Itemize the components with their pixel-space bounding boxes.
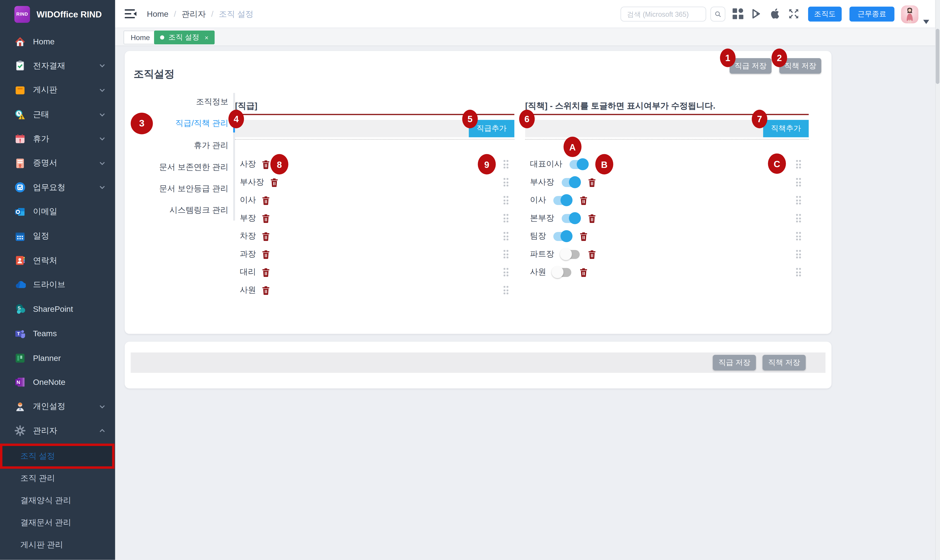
drag-handle-icon[interactable] — [796, 250, 801, 258]
visibility-toggle[interactable] — [562, 214, 579, 223]
rank-save-button-bottom[interactable]: 직급 저장 — [713, 355, 756, 371]
sidebar-item-home[interactable]: Home — [0, 29, 115, 54]
sidebar-item-email[interactable]: 이메일 — [0, 200, 115, 224]
sidebar-item-board[interactable]: 게시판 — [0, 78, 115, 103]
drag-handle-icon[interactable] — [796, 160, 801, 168]
sidebar-item-request[interactable]: 업무요청 — [0, 175, 115, 200]
drag-handle-icon[interactable] — [796, 232, 801, 240]
visibility-toggle[interactable] — [562, 178, 579, 187]
trash-icon[interactable] — [588, 249, 595, 258]
trash-icon[interactable] — [262, 249, 270, 258]
visibility-toggle[interactable] — [553, 268, 571, 277]
rank-save-button-top[interactable]: 직급 저장 — [729, 58, 771, 74]
visibility-toggle[interactable] — [569, 160, 588, 169]
trash-icon[interactable] — [262, 214, 270, 223]
drag-handle-icon[interactable] — [503, 286, 508, 294]
trash-icon[interactable] — [262, 286, 270, 295]
title-save-button-top[interactable]: 직책 저장 — [779, 58, 821, 74]
drag-handle-icon[interactable] — [503, 196, 508, 204]
sidebar-item-teams[interactable]: TTeams — [0, 321, 115, 346]
sidebar-item-planner[interactable]: Planner — [0, 346, 115, 370]
sidebar-item-attendance[interactable]: 근태 — [0, 102, 115, 127]
drag-handle-icon[interactable] — [503, 268, 508, 276]
caret-down-icon[interactable] — [923, 20, 929, 24]
drag-handle-icon[interactable] — [503, 214, 508, 222]
drag-handle-icon[interactable] — [796, 214, 801, 222]
sidebar-admin-sublist: 조직 설정조직 관리결재양식 관리결재문서 관리게시판 관리 — [0, 446, 115, 556]
submenu-item[interactable]: 휴가 관리 — [125, 135, 228, 156]
toggle-knob — [551, 266, 563, 278]
submenu-item[interactable]: 직급/직책 관리 — [125, 113, 228, 135]
sidebar-item-drive[interactable]: 드라이브 — [0, 273, 115, 297]
sidebar-subitem[interactable]: 조직 설정 — [0, 446, 115, 468]
apple-icon[interactable] — [770, 8, 780, 18]
sidebar-item-admin[interactable]: 관리자 — [0, 418, 115, 443]
sidebar-item-certificate[interactable]: 증명서 — [0, 151, 115, 175]
drag-handle-icon[interactable] — [503, 250, 508, 258]
request-icon — [14, 182, 26, 193]
drag-handle-icon[interactable] — [796, 178, 801, 186]
sidebar-item-calendar[interactable]: 일정 — [0, 224, 115, 248]
sidebar-subitem[interactable]: 게시판 관리 — [0, 534, 115, 556]
scrollbar-thumb[interactable] — [936, 29, 939, 84]
visibility-toggle[interactable] — [562, 249, 579, 258]
trash-icon[interactable] — [588, 178, 595, 187]
avatar[interactable] — [901, 5, 918, 23]
trash-icon[interactable] — [580, 196, 588, 205]
sidebar-item-sharepoint[interactable]: SSharePoint — [0, 297, 115, 322]
personal-icon — [14, 401, 26, 412]
app-logo[interactable]: RIND WIDOffice RIND — [0, 0, 115, 28]
tab-close-icon[interactable]: × — [205, 34, 208, 41]
drag-handle-icon[interactable] — [796, 196, 801, 204]
submenu-item[interactable]: 조직정보 — [125, 91, 228, 113]
trash-icon[interactable] — [596, 160, 603, 169]
new-title-input[interactable]: 직책추가 — [525, 120, 809, 137]
trash-icon[interactable] — [262, 268, 270, 277]
trash-icon[interactable] — [262, 160, 270, 169]
trash-icon[interactable] — [262, 232, 270, 241]
breadcrumb-admin[interactable]: 관리자 — [182, 9, 206, 20]
drag-handle-icon[interactable] — [503, 160, 508, 168]
sidebar-subitem[interactable]: 결재양식 관리 — [0, 490, 115, 512]
tab-org-settings[interactable]: 조직 설정 × — [154, 31, 214, 45]
trash-icon[interactable] — [580, 232, 588, 241]
drag-handle-icon[interactable] — [796, 268, 801, 276]
app-grid-icon[interactable] — [732, 8, 743, 19]
new-rank-input[interactable]: 직급추가 — [235, 120, 514, 137]
sidebar-item-onenote[interactable]: NOneNote — [0, 370, 115, 394]
submenu-item[interactable]: 시스템링크 관리 — [125, 200, 228, 222]
trash-icon[interactable] — [588, 214, 595, 223]
trash-icon[interactable] — [270, 178, 278, 187]
work-end-button[interactable]: 근무종료 — [849, 6, 894, 22]
sidebar-item-contacts[interactable]: 연락처 — [0, 248, 115, 273]
menu-fold-icon[interactable] — [125, 9, 137, 18]
sidebar-item-vacation[interactable]: 휴가 — [0, 127, 115, 151]
title-save-button-bottom[interactable]: 직책 저장 — [763, 355, 806, 371]
title-list-divider — [525, 139, 809, 140]
tab-home[interactable]: Home — [123, 31, 157, 45]
google-play-icon[interactable] — [752, 9, 761, 18]
sidebar-item-personal[interactable]: 개인설정 — [0, 394, 115, 419]
drag-handle-icon[interactable] — [503, 232, 508, 240]
submenu-item[interactable]: 문서 보존연한 관리 — [125, 156, 228, 178]
sidebar-subitem[interactable]: 조직 관리 — [0, 468, 115, 489]
title-add-button[interactable]: 직책추가 — [763, 120, 809, 137]
search-button[interactable] — [710, 6, 725, 22]
org-chart-button[interactable]: 조직도 — [808, 6, 842, 22]
trash-icon[interactable] — [262, 196, 270, 205]
breadcrumb-home[interactable]: Home — [147, 9, 168, 18]
visibility-toggle[interactable] — [553, 196, 571, 205]
sidebar-item-approval[interactable]: 전자결재 — [0, 54, 115, 78]
chevron-down-icon — [99, 160, 105, 166]
submenu-item[interactable]: 문서 보안등급 관리 — [125, 178, 228, 200]
trash-icon[interactable] — [580, 268, 588, 277]
rank-add-button[interactable]: 직급추가 — [469, 120, 514, 137]
drag-handle-icon[interactable] — [503, 178, 508, 186]
visibility-toggle[interactable] — [553, 232, 571, 241]
fullscreen-icon[interactable] — [788, 8, 799, 19]
toggle-knob — [577, 158, 589, 170]
rank-row: 부사장 — [235, 173, 514, 191]
search-input[interactable] — [620, 6, 706, 22]
sidebar-subitem[interactable]: 결재문서 관리 — [0, 512, 115, 534]
sidebar-item-label: 이메일 — [33, 206, 106, 217]
